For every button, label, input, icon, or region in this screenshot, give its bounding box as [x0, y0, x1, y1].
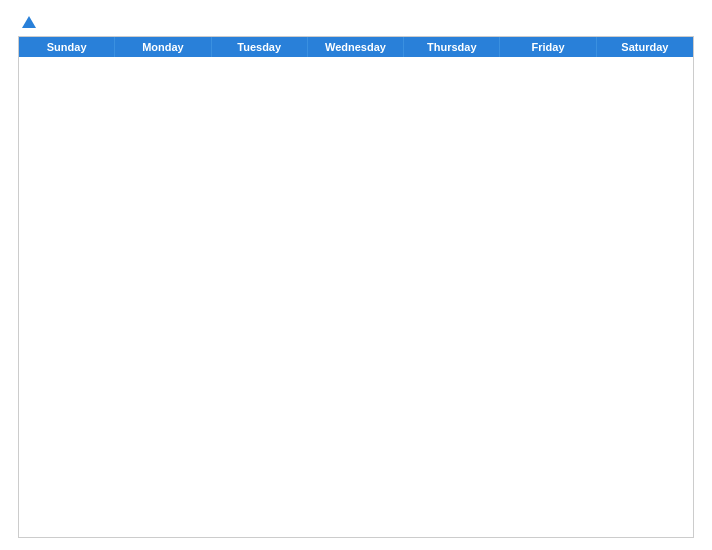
day-header-monday: Monday: [115, 37, 211, 57]
day-header-wednesday: Wednesday: [308, 37, 404, 57]
logo-triangle-icon: [22, 16, 36, 28]
day-header-thursday: Thursday: [404, 37, 500, 57]
day-header-saturday: Saturday: [597, 37, 693, 57]
day-header-tuesday: Tuesday: [212, 37, 308, 57]
day-header-friday: Friday: [500, 37, 596, 57]
calendar-page: SundayMondayTuesdayWednesdayThursdayFrid…: [0, 0, 712, 550]
day-header-sunday: Sunday: [19, 37, 115, 57]
header: [18, 16, 694, 28]
weeks-container: [19, 57, 693, 537]
days-header: SundayMondayTuesdayWednesdayThursdayFrid…: [19, 37, 693, 57]
calendar-grid: SundayMondayTuesdayWednesdayThursdayFrid…: [18, 36, 694, 538]
logo: [18, 16, 36, 28]
